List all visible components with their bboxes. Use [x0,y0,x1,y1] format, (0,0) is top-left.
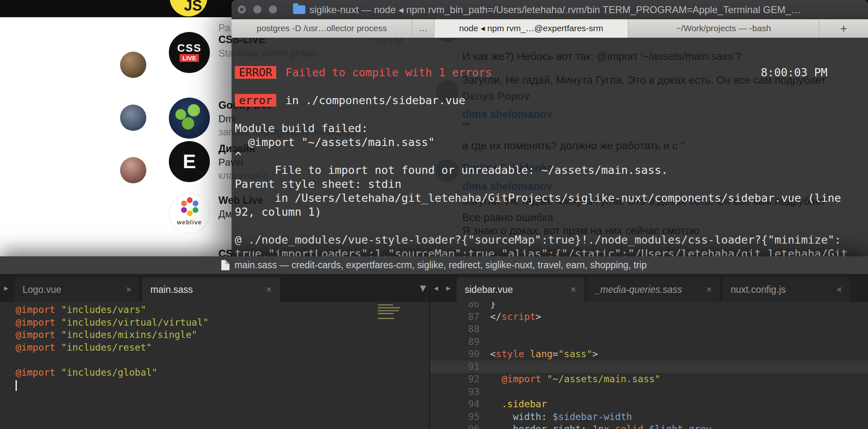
nav-back-icon[interactable]: ◂ [430,274,442,302]
editor-tab-sidebar-vue[interactable]: sidebar.vue× [457,277,585,302]
editor-pane-left[interactable]: @import "includes/vars"@import "includes… [0,302,429,429]
terminal-tab[interactable]: node ◂ npm rvm_…@expertfares-srm [434,19,628,38]
code-line: @import "includes/virtual/virtual" [0,316,429,329]
code-line: 90<style lang="sass"> [430,348,868,361]
terminal-tab[interactable]: ~/Work/projects — -bash [628,19,819,38]
terminal-line: 92, column 1) [235,205,868,219]
terminal-titlebar[interactable]: siglike-nuxt — node ◂ npm rvm_bin_path=/… [232,0,868,20]
editor-tab-main-sass[interactable]: main.sass× [142,277,280,302]
line-number: 89 [430,335,479,348]
line-number: 96 [430,423,479,429]
line-number: 93 [430,386,479,398]
terminal-line [235,107,868,121]
avatar-letter: E [169,141,210,182]
error-badge: ERROR [235,66,276,79]
nav-forward-icon[interactable]: ▸ [442,274,454,302]
code-right: 86}87</script>888990<style lang="sass">9… [430,302,868,429]
terminal-content[interactable]: ERROR Failed to compile with 1 errors8:0… [232,38,868,256]
minimap-line [378,318,394,319]
avatar-text: LIVE [180,54,199,62]
folder-icon [293,5,305,14]
code-line [0,379,429,391]
tab-list-chevron-down-icon[interactable]: ▼ [417,274,429,302]
terminal-line: ERROR Failed to compile with 1 errors8:0… [235,66,868,80]
terminal-output: ERROR Failed to compile with 1 errors8:0… [235,66,868,256]
document-icon [221,260,229,270]
chat-last-sender: Дм [218,208,232,220]
tabbar-spacer: + [819,19,868,38]
line-number: 91 [430,361,479,373]
terminal-line: true,"importLoaders":1,"sourceMap":true,… [235,247,868,256]
line-number: 94 [430,398,479,411]
close-tab-icon[interactable]: × [706,284,712,295]
code-line: 89 [430,335,868,348]
tab-overflow-button[interactable]: … [412,19,434,38]
code-line: 95 width: $sidebar-width [430,411,868,423]
avatar-text: CSS [169,42,210,55]
avatar-text: weblive [169,219,209,226]
editor-tab--media-queries-sass[interactable]: _media-queries.sass× [587,277,720,302]
compile-timestamp: 8:00:03 PM [761,66,827,80]
new-tab-button[interactable]: + [840,19,848,38]
tab-scroll-right-icon[interactable]: ▸ [0,274,12,302]
minimap[interactable] [378,304,407,323]
editor-tab-nuxt-config-js[interactable]: nuxt.config.js× [723,277,851,302]
tab-label: sidebar.vue [465,284,513,295]
letter-avatar: E [169,141,210,182]
editor-tabbar-left: ▸Logo.vue×main.sass×▼ [0,274,429,302]
code-line: @import "includes/global" [0,366,429,379]
minimap-line [378,304,393,306]
terminal-line: @ ./node_modules/vue-style-loader?{"sour… [235,233,868,247]
close-tab-icon[interactable]: × [126,284,132,295]
terminal-line: Module build failed: [235,121,868,135]
code-line: 93 [430,386,868,398]
editor-title: main.sass — credit-cards, expertfares-cr… [234,260,647,271]
terminal-line: in /Users/letehaha/git_letehaha/GitProje… [235,191,868,205]
line-number: 86 [430,302,479,310]
minimize-window-icon[interactable] [253,5,261,14]
desktop: РаCSSLIVECSS-LIVEStanislav joined group7… [0,0,868,429]
goody-avatar [169,98,210,139]
close-tab-icon[interactable]: × [570,284,576,295]
terminal-line: ^ [235,149,868,163]
editor-pane-right[interactable]: 86}87</script>888990<style lang="sass">9… [430,302,868,429]
weblive-avatar: weblive [169,193,210,234]
terminal-line: Parent style sheet: stdin [235,177,868,191]
close-window-icon[interactable] [238,5,246,14]
terminal-line [235,219,868,233]
code-line: 94 .sidebar [430,398,868,411]
text-cursor [16,380,17,391]
minimap-line [378,307,400,308]
editor-tabbar-right: ◂▸sidebar.vue×_media-queries.sass×nuxt.c… [430,274,868,302]
zoom-window-icon[interactable] [269,5,277,14]
code-line: 87</script> [430,310,868,323]
tab-label: main.sass [150,284,193,295]
line-number: 90 [430,348,479,361]
terminal-tab[interactable]: postgres -D /usr…ollector process [232,19,412,38]
code-line: 92 @import "~/assets/main.sass" [430,373,868,386]
terminal-tabbar: postgres -D /usr…ollector process…node ◂… [232,19,868,38]
code-line: @import "includes/mixins/single" [0,329,429,341]
terminal-line: error in ./components/sidebar.vue [235,94,868,107]
terminal-line: @import "~/assets/main.sass" [235,135,868,149]
csslive-avatar: CSSLIVE [169,32,210,73]
code-left: @import "includes/vars"@import "includes… [0,303,429,391]
code-line [0,354,429,366]
minimap-line [378,310,399,311]
editor-tab-logo-vue[interactable]: Logo.vue× [14,277,140,302]
line-number: 88 [430,323,479,335]
error-badge: error [235,94,276,107]
terminal-line [235,80,868,94]
code-line: 88 [430,323,868,335]
minimap-line [378,313,393,314]
js-logo-label: JS [184,0,202,14]
line-number: 95 [430,411,479,423]
close-tab-icon[interactable]: × [266,284,272,295]
code-line: @import "includes/reset" [0,341,429,354]
terminal-window: siglike-nuxt — node ◂ npm rvm_bin_path=/… [232,0,868,256]
line-number: 87 [430,310,479,323]
tab-label: Logo.vue [23,284,61,295]
editor-window: main.sass — credit-cards, expertfares-cr… [0,256,868,429]
close-tab-icon[interactable]: × [836,284,842,295]
editor-titlebar[interactable]: main.sass — credit-cards, expertfares-cr… [0,256,868,274]
